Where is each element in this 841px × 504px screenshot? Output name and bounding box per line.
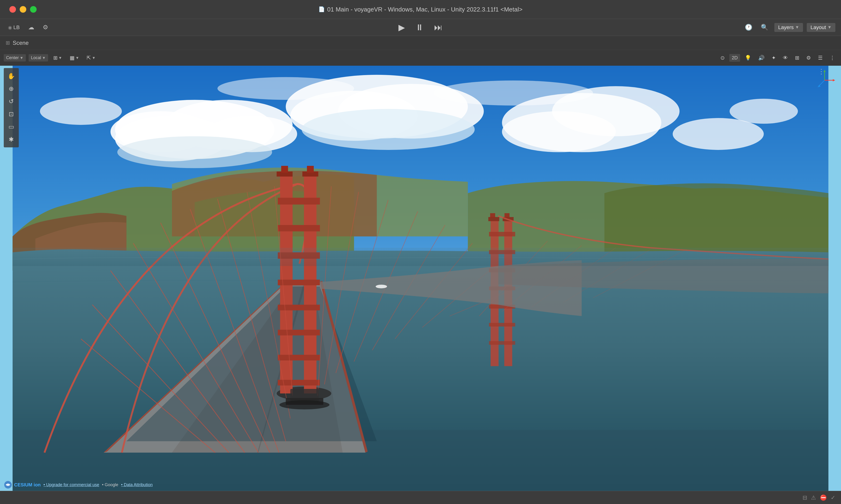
lb-button[interactable]: ◉ LB xyxy=(6,23,22,32)
snap-grid-chevron-icon: ▼ xyxy=(58,56,62,60)
snap-settings-chevron-icon: ▼ xyxy=(75,56,79,60)
svg-point-15 xyxy=(673,118,764,150)
audio-button[interactable]: 🔊 xyxy=(756,54,767,62)
svg-point-6 xyxy=(117,136,272,168)
rect-icon: ▭ xyxy=(8,123,14,130)
collapse-icon[interactable]: ⊟ xyxy=(803,494,807,501)
toolbar-center: ▶ ⏸ ⏭ xyxy=(396,22,445,33)
cesium-logo: CESIUM ion xyxy=(4,481,41,489)
close-button[interactable] xyxy=(10,6,16,13)
3d-viewport[interactable]: CESIUM ion • Upgrade for commercial use … xyxy=(0,66,841,491)
google-attribution: • Google xyxy=(102,482,118,487)
local-label: Local xyxy=(31,55,41,60)
svg-marker-79 xyxy=(833,79,835,82)
layout-button[interactable]: Layout ▼ xyxy=(807,23,835,32)
gizmo-toggle-button[interactable]: ☰ xyxy=(816,54,825,62)
hand-tool[interactable]: ✋ xyxy=(5,70,17,82)
rotate-tool[interactable]: ↺ xyxy=(5,95,17,107)
check-icon[interactable]: ✓ xyxy=(831,494,835,501)
scene-settings-icon: ⚙ xyxy=(806,55,811,61)
search-button[interactable]: 🔍 xyxy=(758,22,771,32)
svg-rect-34 xyxy=(307,166,314,173)
toolbar-right: 🕐 🔍 Layers ▼ Layout ▼ xyxy=(742,22,835,32)
cloud-button[interactable]: ☁ xyxy=(26,22,37,32)
scene-viewport-container: ✋ ⊕ ↺ ⊡ ▭ ✱ xyxy=(0,66,841,491)
history-button[interactable]: 🕐 xyxy=(742,22,755,32)
svg-rect-29 xyxy=(278,355,320,360)
svg-line-80 xyxy=(819,80,825,86)
scene-svg xyxy=(0,66,841,491)
svg-rect-60 xyxy=(489,341,515,345)
svg-point-16 xyxy=(730,99,798,124)
svg-point-14 xyxy=(40,97,122,125)
error-icon[interactable]: ⛔ xyxy=(820,494,827,501)
fx-button[interactable]: ✦ xyxy=(769,54,778,62)
attribution-bar: CESIUM ion • Upgrade for commercial use … xyxy=(4,481,153,489)
scale-tool[interactable]: ⊡ xyxy=(5,108,17,120)
scene-grid-icon: ⊞ xyxy=(6,40,10,46)
scene-view-button[interactable]: 👁 xyxy=(781,54,790,62)
scene-view-icon: 👁 xyxy=(783,55,788,61)
perspective-button[interactable]: ⊙ xyxy=(718,54,727,62)
layout-dropdown-icon: ▼ xyxy=(827,25,831,30)
move-icon: ⊕ xyxy=(9,85,14,92)
step-button[interactable]: ⏭ xyxy=(431,22,445,33)
lighting-button[interactable]: 💡 xyxy=(742,54,753,62)
scene-toolbar-right: ⊙ 2D 💡 🔊 ✦ 👁 ⊞ ⚙ ☰ ⋮ xyxy=(718,54,837,62)
svg-rect-33 xyxy=(281,166,288,173)
svg-rect-27 xyxy=(278,305,320,310)
data-attribution-link[interactable]: • Data Attribution xyxy=(121,482,153,487)
scene-label: Scene xyxy=(13,40,29,46)
upgrade-link[interactable]: • Upgrade for commercial use xyxy=(43,482,99,487)
rotate-icon: ↺ xyxy=(9,98,14,105)
status-bar: ⊟ ⚠ ⛔ ✓ xyxy=(0,491,841,504)
overlay-icon: ⊞ xyxy=(795,55,799,61)
svg-marker-81 xyxy=(818,85,821,87)
transform-tool[interactable]: ✱ xyxy=(5,133,17,145)
play-button[interactable]: ▶ xyxy=(396,22,408,33)
menu-dots-icon: ⋮ xyxy=(818,68,825,75)
snap-grid-icon: ⊞ xyxy=(53,55,57,61)
transform-chevron-icon: ▼ xyxy=(92,56,95,60)
more-options-button[interactable]: ⋮ xyxy=(827,54,837,62)
snap-settings-button[interactable]: ▦ ▼ xyxy=(67,54,82,62)
orientation-gizmo[interactable] xyxy=(813,69,836,92)
move-tool[interactable]: ⊕ xyxy=(5,83,17,95)
scene-settings-button[interactable]: ⚙ xyxy=(804,54,813,62)
orientation-gizmo-svg xyxy=(813,69,836,92)
scene-menu-button[interactable]: ⋮ xyxy=(818,68,825,75)
cesium-icon xyxy=(4,481,12,489)
main-toolbar: ◉ LB ☁ ⚙ ▶ ⏸ ⏭ 🕐 🔍 Layers ▼ La xyxy=(0,19,841,36)
2d-label: 2D xyxy=(732,55,738,60)
settings-button[interactable]: ⚙ xyxy=(40,22,51,32)
snap-grid-button[interactable]: ⊞ ▼ xyxy=(51,54,65,62)
snap-settings-icon: ▦ xyxy=(70,55,75,61)
title-file-icon: 📄 xyxy=(318,6,325,13)
svg-point-13 xyxy=(502,111,616,152)
scale-icon: ⊡ xyxy=(9,110,14,118)
layers-button[interactable]: Layers ▼ xyxy=(774,23,803,32)
maximize-button[interactable] xyxy=(30,6,37,13)
hand-icon: ✋ xyxy=(7,72,15,80)
minimize-button[interactable] xyxy=(20,6,26,13)
svg-rect-23 xyxy=(278,198,320,204)
title-bar: 📄 01 Main - voyageVR - Windows, Mac, Lin… xyxy=(0,0,841,19)
overlay-button[interactable]: ⊞ xyxy=(793,54,802,62)
center-dropdown[interactable]: Center ▼ xyxy=(4,54,26,61)
transform-button[interactable]: ⇱ ▼ xyxy=(84,54,98,62)
svg-point-17 xyxy=(217,77,354,100)
left-tool-panel: ✋ ⊕ ↺ ⊡ ▭ ✱ xyxy=(4,68,19,147)
lighting-icon: 💡 xyxy=(745,55,751,61)
center-chevron-icon: ▼ xyxy=(20,56,23,60)
scene-toolbar: Center ▼ Local ▼ ⊞ ▼ ▦ ▼ ⇱ ▼ ⊙ 2D 💡 xyxy=(0,50,841,66)
svg-rect-28 xyxy=(278,330,320,335)
layers-dropdown-icon: ▼ xyxy=(795,25,799,30)
transform-icon: ⇱ xyxy=(87,55,91,61)
rect-tool[interactable]: ▭ xyxy=(5,121,17,133)
fx-icon: ✦ xyxy=(772,55,776,61)
svg-rect-59 xyxy=(489,323,515,327)
2d-button[interactable]: 2D xyxy=(729,54,740,62)
warning-icon[interactable]: ⚠ xyxy=(811,494,816,501)
pause-button[interactable]: ⏸ xyxy=(413,22,427,33)
local-dropdown[interactable]: Local ▼ xyxy=(29,54,48,61)
